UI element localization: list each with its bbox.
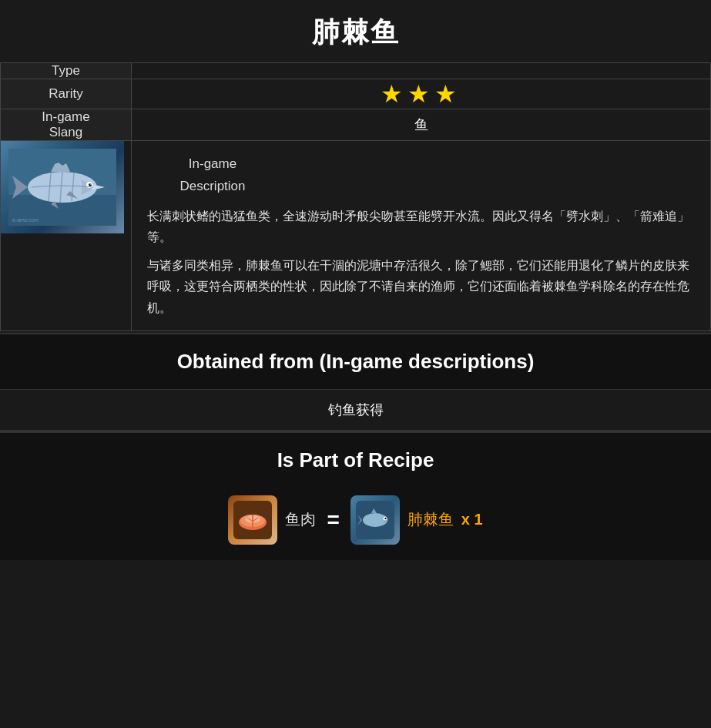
rarity-row: Rarity ★★★ (1, 79, 711, 109)
recipe-header: Is Part of Recipe (0, 433, 711, 488)
type-row: Type (1, 63, 711, 79)
obtained-value: 钓鱼获得 (0, 390, 711, 431)
input-label: 肺棘鱼 (407, 509, 454, 530)
description-cell: In-gameDescription 长满刺状鳍的迅猛鱼类，全速游动时矛般尖吻甚… (132, 141, 711, 331)
recipe-output: 鱼肉 (228, 495, 316, 545)
svg-text:e-anw.com: e-anw.com (12, 217, 39, 223)
fish-image: e-anw.com (1, 141, 124, 233)
equals-sign: = (327, 508, 339, 532)
obtained-header: Obtained from (In-game descriptions) (0, 333, 711, 390)
slang-row: In-gameSlang 鱼 (1, 109, 711, 141)
recipe-row: 鱼肉 = 肺棘鱼 x 1 (0, 488, 711, 560)
svg-point-28 (384, 518, 386, 519)
slang-label: In-gameSlang (1, 109, 132, 141)
type-value (132, 63, 711, 79)
fish-meat-icon (228, 495, 277, 545)
fish-image-cell: e-anw.com (1, 141, 132, 331)
rarity-label: Rarity (1, 79, 132, 109)
recipe-input: 肺棘鱼 x 1 (350, 495, 483, 545)
desc-para2: 与诸多同类相异，肺棘鱼可以在干涸的泥塘中存活很久，除了鳃部，它们还能用退化了鳞片… (147, 255, 695, 318)
slang-value: 鱼 (132, 109, 711, 141)
rarity-value: ★★★ (132, 79, 711, 109)
svg-point-11 (90, 183, 92, 185)
info-table: Type Rarity ★★★ In-gameSlang 鱼 (0, 62, 711, 331)
recipe-section: Is Part of Recipe 鱼肉 = (0, 431, 711, 560)
recipe-quantity: x 1 (461, 511, 483, 528)
description-row: e-anw.com In-gameDescription 长满刺状鳍的迅猛鱼类，… (1, 141, 711, 331)
lungfish-icon (350, 495, 400, 545)
fish-illustration: e-anw.com (8, 149, 116, 226)
rarity-stars: ★★★ (381, 80, 461, 108)
type-label: Type (1, 63, 132, 79)
page-title: 肺棘鱼 (0, 0, 711, 62)
desc-para1: 长满刺状鳍的迅猛鱼类，全速游动时矛般尖吻甚至能劈开水流。因此又得名「劈水刺」、「… (147, 206, 695, 247)
output-label: 鱼肉 (285, 509, 316, 530)
